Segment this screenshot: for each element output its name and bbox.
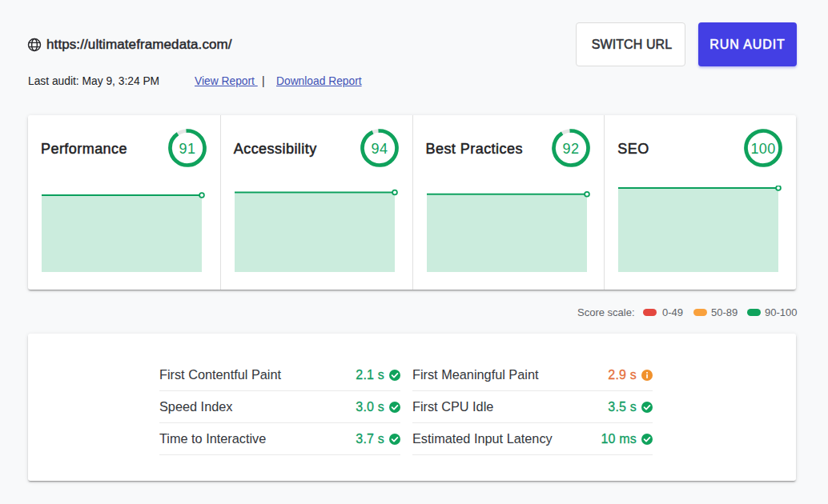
svg-text:94: 94 (371, 141, 388, 157)
svg-text:100: 100 (750, 141, 775, 157)
svg-text:91: 91 (179, 141, 195, 157)
svg-text:92: 92 (563, 141, 580, 157)
